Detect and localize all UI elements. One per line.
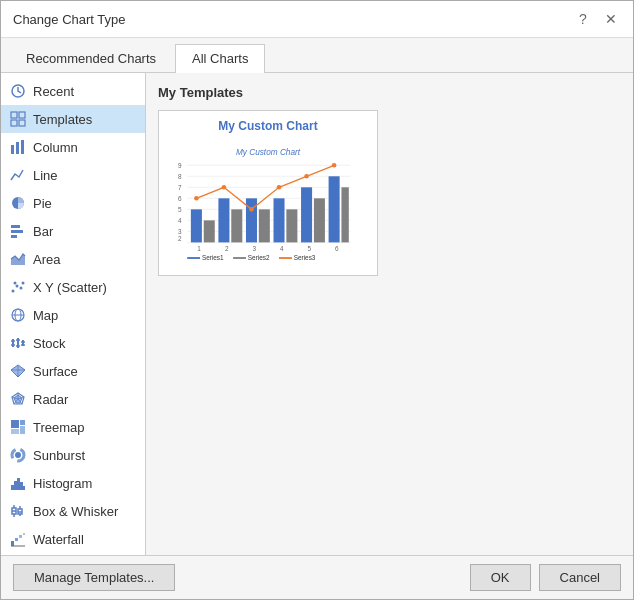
svg-rect-11 (11, 235, 17, 238)
sidebar-label-templates: Templates (33, 112, 92, 127)
svg-rect-2 (19, 112, 25, 118)
svg-rect-9 (11, 225, 20, 228)
sidebar-label-sunburst: Sunburst (33, 448, 85, 463)
svg-text:9: 9 (178, 162, 182, 169)
sidebar-item-map[interactable]: Map (1, 301, 145, 329)
sidebar-item-boxwhisker[interactable]: Box & Whisker (1, 497, 145, 525)
svg-point-13 (12, 290, 15, 293)
pie-icon (9, 194, 27, 212)
svg-text:Series3: Series3 (294, 254, 316, 261)
svg-rect-7 (21, 140, 24, 154)
recent-icon (9, 82, 27, 100)
sidebar-label-bar: Bar (33, 224, 53, 239)
surface-icon (9, 362, 27, 380)
sidebar-item-pie[interactable]: Pie (1, 189, 145, 217)
sidebar-label-pie: Pie (33, 196, 52, 211)
manage-templates-button[interactable]: Manage Templates... (13, 564, 175, 591)
sidebar-item-histogram[interactable]: Histogram (1, 469, 145, 497)
sidebar-item-line[interactable]: Line (1, 161, 145, 189)
sidebar-item-recent[interactable]: Recent (1, 77, 145, 105)
ok-button[interactable]: OK (470, 564, 531, 591)
sidebar-label-histogram: Histogram (33, 476, 92, 491)
svg-text:Series1: Series1 (202, 254, 224, 261)
svg-point-110 (277, 185, 282, 190)
histogram-icon (9, 474, 27, 492)
svg-point-16 (20, 287, 23, 290)
svg-rect-106 (341, 187, 348, 242)
svg-rect-50 (23, 486, 25, 490)
svg-point-108 (222, 185, 227, 190)
close-button[interactable]: ✕ (601, 9, 621, 29)
column-icon (9, 138, 27, 156)
sidebar-item-scatter[interactable]: X Y (Scatter) (1, 273, 145, 301)
sidebar-item-stock[interactable]: Stock (1, 329, 145, 357)
sidebar-item-treemap[interactable]: Treemap (1, 413, 145, 441)
svg-rect-1 (11, 112, 17, 118)
waterfall-icon (9, 530, 27, 548)
tab-all-charts[interactable]: All Charts (175, 44, 265, 73)
svg-text:5: 5 (308, 245, 312, 252)
sidebar-item-sunburst[interactable]: Sunburst (1, 441, 145, 469)
tab-recommended[interactable]: Recommended Charts (9, 44, 173, 72)
sunburst-icon (9, 446, 27, 464)
templates-icon (9, 110, 27, 128)
svg-rect-48 (17, 478, 20, 490)
sidebar-item-surface[interactable]: Surface (1, 357, 145, 385)
sidebar-label-stock: Stock (33, 336, 66, 351)
svg-rect-41 (20, 420, 25, 425)
sidebar-label-recent: Recent (33, 84, 74, 99)
svg-rect-105 (314, 198, 325, 242)
sidebar-item-templates[interactable]: Templates (1, 105, 145, 133)
sidebar-item-radar[interactable]: Radar (1, 385, 145, 413)
svg-rect-46 (11, 485, 14, 490)
svg-rect-4 (19, 120, 25, 126)
chart-preview-svg: My Custom Chart 9 8 7 6 5 4 3 2 1 2 3 (167, 137, 369, 267)
sidebar-item-area[interactable]: Area (1, 245, 145, 273)
sidebar-label-radar: Radar (33, 392, 68, 407)
svg-rect-6 (16, 142, 19, 154)
svg-point-14 (16, 285, 19, 288)
treemap-icon (9, 418, 27, 436)
svg-rect-61 (19, 535, 22, 538)
svg-text:My Custom Chart: My Custom Chart (236, 148, 301, 157)
chart-card-custom[interactable]: My Custom Chart My Custom Chart 9 8 7 6 … (158, 110, 378, 276)
svg-text:3: 3 (252, 245, 256, 252)
svg-text:3: 3 (178, 228, 182, 235)
sidebar: Recent Templates (1, 73, 146, 555)
svg-rect-99 (301, 187, 312, 242)
sidebar-item-waterfall[interactable]: Waterfall (1, 525, 145, 553)
title-bar-controls: ? ✕ (573, 9, 621, 29)
cancel-button[interactable]: Cancel (539, 564, 621, 591)
sidebar-label-area: Area (33, 252, 60, 267)
sidebar-label-scatter: X Y (Scatter) (33, 280, 107, 295)
svg-rect-43 (11, 429, 19, 434)
help-button[interactable]: ? (573, 9, 593, 29)
sidebar-label-surface: Surface (33, 364, 78, 379)
tabs-row: Recommended Charts All Charts (1, 38, 633, 73)
svg-text:6: 6 (178, 195, 182, 202)
sidebar-label-column: Column (33, 140, 78, 155)
sidebar-item-column[interactable]: Column (1, 133, 145, 161)
footer-right: OK Cancel (470, 564, 621, 591)
svg-text:2: 2 (225, 245, 229, 252)
footer-left: Manage Templates... (13, 564, 175, 591)
dialog-title: Change Chart Type (13, 12, 126, 27)
svg-point-15 (14, 282, 17, 285)
svg-rect-49 (20, 482, 23, 490)
content-area: Recent Templates (1, 73, 633, 555)
svg-point-44 (15, 452, 21, 458)
svg-text:Series2: Series2 (248, 254, 270, 261)
svg-text:4: 4 (280, 245, 284, 252)
area-icon (9, 250, 27, 268)
svg-rect-98 (274, 198, 285, 242)
svg-rect-3 (11, 120, 17, 126)
svg-text:8: 8 (178, 173, 182, 180)
chart-grid: My Custom Chart My Custom Chart 9 8 7 6 … (158, 110, 621, 276)
sidebar-item-bar[interactable]: Bar (1, 217, 145, 245)
dialog: Change Chart Type ? ✕ Recommended Charts… (0, 0, 634, 600)
svg-text:7: 7 (178, 184, 182, 191)
svg-point-107 (194, 196, 199, 201)
svg-rect-59 (11, 541, 14, 546)
map-icon (9, 306, 27, 324)
svg-rect-96 (218, 198, 229, 242)
